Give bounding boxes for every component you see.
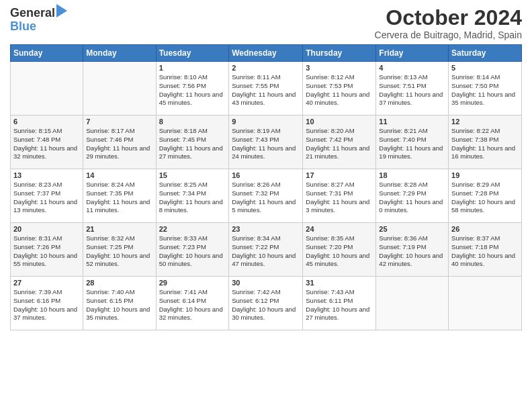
day-info: Sunrise: 8:12 AM Sunset: 7:53 PM Dayligh… xyxy=(306,73,373,107)
day-number: 28 xyxy=(86,279,152,287)
day-info: Sunrise: 8:34 AM Sunset: 7:22 PM Dayligh… xyxy=(232,234,300,269)
day-info: Sunrise: 8:31 AM Sunset: 7:26 PM Dayligh… xyxy=(13,234,80,269)
calendar-cell: 10Sunrise: 8:20 AM Sunset: 7:42 PM Dayli… xyxy=(303,116,376,169)
calendar-cell xyxy=(83,62,156,116)
day-info: Sunrise: 8:29 AM Sunset: 7:28 PM Dayligh… xyxy=(451,181,519,215)
day-number: 11 xyxy=(379,118,445,126)
calendar-cell: 3Sunrise: 8:12 AM Sunset: 7:53 PM Daylig… xyxy=(303,62,376,116)
day-info: Sunrise: 8:26 AM Sunset: 7:32 PM Dayligh… xyxy=(232,181,300,215)
day-number: 30 xyxy=(232,279,300,287)
calendar-cell: 12Sunrise: 8:22 AM Sunset: 7:38 PM Dayli… xyxy=(449,116,522,169)
day-info: Sunrise: 8:35 AM Sunset: 7:20 PM Dayligh… xyxy=(306,234,373,269)
day-number: 16 xyxy=(232,171,300,179)
day-info: Sunrise: 8:24 AM Sunset: 7:35 PM Dayligh… xyxy=(86,181,152,215)
day-info: Sunrise: 8:28 AM Sunset: 7:29 PM Dayligh… xyxy=(379,181,445,215)
page-header: General Blue October 2024 Cervera de Bui… xyxy=(10,7,522,40)
day-info: Sunrise: 8:27 AM Sunset: 7:31 PM Dayligh… xyxy=(306,181,373,215)
month-title: October 2024 xyxy=(375,7,522,28)
day-number: 4 xyxy=(379,64,445,72)
calendar-cell: 21Sunrise: 8:32 AM Sunset: 7:25 PM Dayli… xyxy=(83,223,156,277)
calendar-cell: 8Sunrise: 8:18 AM Sunset: 7:45 PM Daylig… xyxy=(156,116,229,169)
day-number: 7 xyxy=(86,118,152,126)
calendar-cell: 17Sunrise: 8:27 AM Sunset: 7:31 PM Dayli… xyxy=(303,169,376,223)
calendar-cell: 6Sunrise: 8:15 AM Sunset: 7:48 PM Daylig… xyxy=(11,116,83,169)
calendar-cell: 19Sunrise: 8:29 AM Sunset: 7:28 PM Dayli… xyxy=(449,169,522,223)
calendar-cell: 29Sunrise: 7:41 AM Sunset: 6:14 PM Dayli… xyxy=(156,277,229,330)
day-number: 13 xyxy=(13,171,80,179)
calendar-cell: 16Sunrise: 8:26 AM Sunset: 7:32 PM Dayli… xyxy=(229,169,303,223)
calendar-cell: 23Sunrise: 8:34 AM Sunset: 7:22 PM Dayli… xyxy=(229,223,303,277)
day-info: Sunrise: 8:23 AM Sunset: 7:37 PM Dayligh… xyxy=(13,181,80,215)
day-info: Sunrise: 8:14 AM Sunset: 7:50 PM Dayligh… xyxy=(451,73,519,107)
day-info: Sunrise: 8:17 AM Sunset: 7:46 PM Dayligh… xyxy=(86,127,152,161)
col-thursday: Thursday xyxy=(303,45,376,62)
day-info: Sunrise: 8:11 AM Sunset: 7:55 PM Dayligh… xyxy=(232,73,300,107)
day-info: Sunrise: 7:39 AM Sunset: 6:16 PM Dayligh… xyxy=(13,288,80,322)
day-number: 8 xyxy=(159,118,226,126)
calendar-cell: 31Sunrise: 7:43 AM Sunset: 6:11 PM Dayli… xyxy=(303,277,376,330)
day-info: Sunrise: 8:10 AM Sunset: 7:56 PM Dayligh… xyxy=(159,73,226,107)
calendar-week-row: 27Sunrise: 7:39 AM Sunset: 6:16 PM Dayli… xyxy=(11,277,522,330)
calendar-cell: 11Sunrise: 8:21 AM Sunset: 7:40 PM Dayli… xyxy=(376,116,449,169)
day-number: 22 xyxy=(159,225,226,233)
location-subtitle: Cervera de Buitrago, Madrid, Spain xyxy=(375,30,522,40)
col-wednesday: Wednesday xyxy=(229,45,303,62)
day-number: 29 xyxy=(159,279,226,287)
day-number: 20 xyxy=(13,225,80,233)
calendar-table: Sunday Monday Tuesday Wednesday Thursday… xyxy=(10,44,522,330)
calendar-cell: 2Sunrise: 8:11 AM Sunset: 7:55 PM Daylig… xyxy=(229,62,303,116)
calendar-header-row: Sunday Monday Tuesday Wednesday Thursday… xyxy=(11,45,522,62)
calendar-cell: 30Sunrise: 7:42 AM Sunset: 6:12 PM Dayli… xyxy=(229,277,303,330)
day-number: 18 xyxy=(379,171,445,179)
calendar-cell xyxy=(449,277,522,330)
day-number: 1 xyxy=(159,64,226,72)
day-number: 17 xyxy=(306,171,373,179)
day-info: Sunrise: 7:41 AM Sunset: 6:14 PM Dayligh… xyxy=(159,288,226,322)
day-number: 9 xyxy=(232,118,300,126)
day-number: 6 xyxy=(13,118,80,126)
calendar-cell: 9Sunrise: 8:19 AM Sunset: 7:43 PM Daylig… xyxy=(229,116,303,169)
col-tuesday: Tuesday xyxy=(156,45,229,62)
day-info: Sunrise: 8:21 AM Sunset: 7:40 PM Dayligh… xyxy=(379,127,445,161)
calendar-cell: 14Sunrise: 8:24 AM Sunset: 7:35 PM Dayli… xyxy=(83,169,156,223)
calendar-cell: 27Sunrise: 7:39 AM Sunset: 6:16 PM Dayli… xyxy=(11,277,83,330)
calendar-week-row: 20Sunrise: 8:31 AM Sunset: 7:26 PM Dayli… xyxy=(11,223,522,277)
day-info: Sunrise: 8:15 AM Sunset: 7:48 PM Dayligh… xyxy=(13,127,80,161)
day-number: 26 xyxy=(451,225,519,233)
day-info: Sunrise: 8:37 AM Sunset: 7:18 PM Dayligh… xyxy=(451,234,519,269)
day-number: 21 xyxy=(86,225,152,233)
day-number: 31 xyxy=(306,279,373,287)
day-number: 14 xyxy=(86,171,152,179)
calendar-week-row: 6Sunrise: 8:15 AM Sunset: 7:48 PM Daylig… xyxy=(11,116,522,169)
calendar-cell: 7Sunrise: 8:17 AM Sunset: 7:46 PM Daylig… xyxy=(83,116,156,169)
title-section: October 2024 Cervera de Buitrago, Madrid… xyxy=(375,7,522,40)
day-info: Sunrise: 8:25 AM Sunset: 7:34 PM Dayligh… xyxy=(159,181,226,215)
logo-blue: Blue xyxy=(10,20,67,34)
day-number: 23 xyxy=(232,225,300,233)
col-monday: Monday xyxy=(83,45,156,62)
day-info: Sunrise: 7:42 AM Sunset: 6:12 PM Dayligh… xyxy=(232,288,300,322)
calendar-cell: 20Sunrise: 8:31 AM Sunset: 7:26 PM Dayli… xyxy=(11,223,83,277)
logo: General Blue xyxy=(10,7,67,34)
day-info: Sunrise: 8:19 AM Sunset: 7:43 PM Dayligh… xyxy=(232,127,300,161)
calendar-cell xyxy=(376,277,449,330)
day-info: Sunrise: 8:13 AM Sunset: 7:51 PM Dayligh… xyxy=(379,73,445,107)
day-info: Sunrise: 7:40 AM Sunset: 6:15 PM Dayligh… xyxy=(86,288,152,322)
day-number: 12 xyxy=(451,118,519,126)
calendar-cell: 24Sunrise: 8:35 AM Sunset: 7:20 PM Dayli… xyxy=(303,223,376,277)
calendar-cell: 25Sunrise: 8:36 AM Sunset: 7:19 PM Dayli… xyxy=(376,223,449,277)
day-info: Sunrise: 8:20 AM Sunset: 7:42 PM Dayligh… xyxy=(306,127,373,161)
calendar-cell: 13Sunrise: 8:23 AM Sunset: 7:37 PM Dayli… xyxy=(11,169,83,223)
calendar-body: 1Sunrise: 8:10 AM Sunset: 7:56 PM Daylig… xyxy=(11,62,522,330)
col-saturday: Saturday xyxy=(449,45,522,62)
calendar-cell: 4Sunrise: 8:13 AM Sunset: 7:51 PM Daylig… xyxy=(376,62,449,116)
day-number: 2 xyxy=(232,64,300,72)
day-number: 15 xyxy=(159,171,226,179)
calendar-cell: 18Sunrise: 8:28 AM Sunset: 7:29 PM Dayli… xyxy=(376,169,449,223)
calendar-week-row: 13Sunrise: 8:23 AM Sunset: 7:37 PM Dayli… xyxy=(11,169,522,223)
day-number: 3 xyxy=(306,64,373,72)
calendar-cell: 22Sunrise: 8:33 AM Sunset: 7:23 PM Dayli… xyxy=(156,223,229,277)
day-number: 19 xyxy=(451,171,519,179)
day-info: Sunrise: 7:43 AM Sunset: 6:11 PM Dayligh… xyxy=(306,288,373,322)
day-number: 5 xyxy=(451,64,519,72)
